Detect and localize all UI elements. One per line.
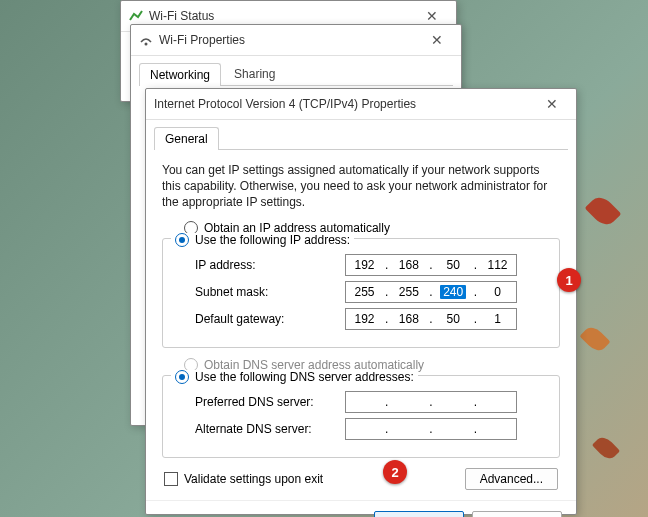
validate-label: Validate settings upon exit <box>184 472 323 486</box>
wifi-status-icon <box>129 9 143 23</box>
alternate-dns-label: Alternate DNS server: <box>195 422 345 436</box>
preferred-dns-label: Preferred DNS server: <box>195 395 345 409</box>
wifi-icon <box>139 33 153 47</box>
advanced-button[interactable]: Advanced... <box>465 468 558 490</box>
tab-sharing[interactable]: Sharing <box>223 62 286 85</box>
bg-leaf <box>585 193 622 230</box>
validate-checkbox[interactable] <box>164 472 178 486</box>
radio-use-following-ip[interactable] <box>175 233 189 247</box>
window-title: Wi-Fi Properties <box>159 33 421 47</box>
bg-leaf <box>579 323 610 354</box>
radio-label: Use the following IP address: <box>195 233 350 247</box>
callout-2: 2 <box>383 460 407 484</box>
default-gateway-input[interactable]: 192. 168. 50. 1 <box>345 308 517 330</box>
close-icon[interactable]: ✕ <box>536 96 568 112</box>
radio-label: Use the following DNS server addresses: <box>195 370 414 384</box>
callout-1: 1 <box>557 268 581 292</box>
radio-use-following-dns[interactable] <box>175 370 189 384</box>
ip-address-group: Use the following IP address: IP address… <box>162 238 560 348</box>
tab-general[interactable]: General <box>154 127 219 150</box>
ip-address-label: IP address: <box>195 258 345 272</box>
ip-address-input[interactable]: 192. 168. 50. 112 <box>345 254 517 276</box>
window-title: Internet Protocol Version 4 (TCP/IPv4) P… <box>154 97 536 111</box>
default-gateway-label: Default gateway: <box>195 312 345 326</box>
description-text: You can get IP settings assigned automat… <box>162 162 560 211</box>
bg-leaf <box>592 434 620 462</box>
dns-group: Use the following DNS server addresses: … <box>162 375 560 458</box>
alternate-dns-input[interactable]: ... <box>345 418 517 440</box>
ipv4-properties-window: Internet Protocol Version 4 (TCP/IPv4) P… <box>145 88 577 515</box>
close-icon[interactable]: ✕ <box>416 8 448 24</box>
subnet-mask-label: Subnet mask: <box>195 285 345 299</box>
cancel-button[interactable]: Cancel <box>472 511 562 517</box>
window-title: Wi-Fi Status <box>149 9 416 23</box>
svg-point-0 <box>145 43 148 46</box>
close-icon[interactable]: ✕ <box>421 32 453 48</box>
subnet-mask-input[interactable]: 255. 255. 240. 0 <box>345 281 517 303</box>
tab-networking[interactable]: Networking <box>139 63 221 86</box>
ok-button[interactable]: OK <box>374 511 464 517</box>
preferred-dns-input[interactable]: ... <box>345 391 517 413</box>
